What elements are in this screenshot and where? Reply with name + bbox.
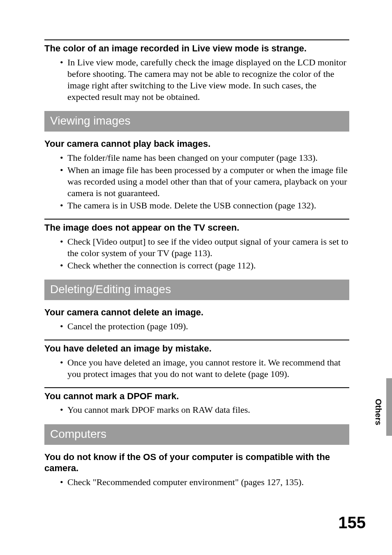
side-tab	[386, 378, 392, 436]
bullet-list: Once you have deleted an image, you cann…	[44, 357, 349, 380]
bullet-item: Once you have deleted an image, you cann…	[67, 357, 349, 380]
issue-title: You do not know if the OS of your comput…	[44, 451, 349, 474]
section-heading: Deleting/Editing images	[44, 280, 349, 300]
issue-title: Your camera cannot play back images.	[44, 138, 349, 150]
bullet-list: You cannot mark DPOF marks on RAW data f…	[44, 404, 349, 416]
side-section-label: Others	[374, 399, 383, 425]
issue-title: Your camera cannot delete an image.	[44, 307, 349, 318]
horizontal-rule	[44, 340, 349, 340]
issue-title: The image does not appear on the TV scre…	[44, 222, 349, 234]
page-content: The color of an image recorded in Live v…	[44, 34, 349, 495]
issue-title: You cannot mark a DPOF mark.	[44, 391, 349, 402]
bullet-item: The folder/file name has been changed on…	[67, 152, 349, 164]
horizontal-rule	[44, 219, 349, 220]
horizontal-rule	[44, 39, 349, 40]
bullet-list: Check [Video output] to see if the video…	[44, 236, 349, 271]
section-heading: Viewing images	[44, 111, 349, 132]
bullet-item: Check whether the connection is correct …	[67, 260, 349, 271]
bullet-item: Cancel the protection (page 109).	[67, 321, 349, 332]
bullet-item: Check [Video output] to see if the video…	[67, 236, 349, 259]
horizontal-rule	[44, 387, 349, 388]
bullet-item: In Live view mode, carefully check the i…	[67, 57, 349, 103]
issue-title: You have deleted an image by mistake.	[44, 343, 349, 354]
bullet-list: Check "Recommended computer environment"…	[44, 476, 349, 488]
bullet-item: The camera is in USB mode. Delete the US…	[67, 200, 349, 211]
issue-title: The color of an image recorded in Live v…	[44, 43, 349, 54]
bullet-list: In Live view mode, carefully check the i…	[44, 57, 349, 103]
bullet-item: Check "Recommended computer environment"…	[67, 476, 349, 488]
bullet-item: When an image file has been processed by…	[67, 164, 349, 199]
page-number: 155	[338, 513, 366, 532]
bullet-item: You cannot mark DPOF marks on RAW data f…	[67, 404, 349, 416]
bullet-list: Cancel the protection (page 109).	[44, 321, 349, 332]
bullet-list: The folder/file name has been changed on…	[44, 152, 349, 212]
section-heading: Computers	[44, 424, 349, 445]
